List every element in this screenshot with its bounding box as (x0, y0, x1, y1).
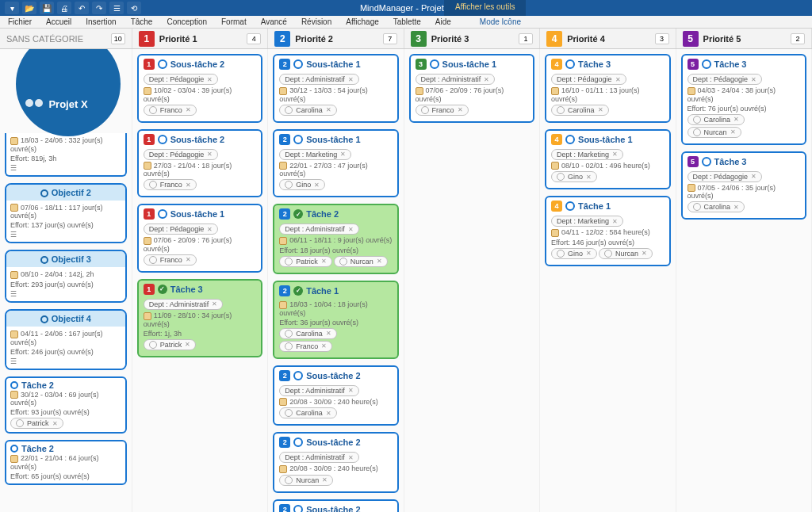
task-card[interactable]: 2Sous-tâche 2 Dept : Administratif✕20/08… (273, 432, 398, 493)
person-tag[interactable]: Franco✕ (144, 254, 197, 266)
menu-fichier[interactable]: Fichier (8, 17, 32, 26)
notes-icon[interactable]: ☰ (10, 230, 121, 239)
person-tag[interactable]: Gino✕ (551, 171, 597, 182)
person-tag[interactable]: Gino✕ (551, 248, 597, 259)
remove-icon[interactable]: ✕ (207, 226, 213, 233)
remove-icon[interactable]: ✕ (586, 250, 592, 257)
dept-tag[interactable]: Dept : Marketing✕ (551, 216, 623, 227)
menu-aide[interactable]: Aide (435, 17, 451, 26)
person-tag[interactable]: Franco✕ (144, 105, 197, 116)
person-tag[interactable]: Carolina✕ (688, 201, 745, 212)
column-header[interactable]: 3Priorité 31 (404, 29, 540, 48)
notes-icon[interactable]: ☰ (10, 357, 121, 366)
task-card[interactable]: 2✓Tâche 2 Dept : Administratif✕06/11 - 1… (273, 204, 398, 274)
dept-tag[interactable]: Dept : Administratif✕ (279, 224, 359, 235)
person-tag[interactable]: Franco✕ (144, 179, 197, 190)
task-card[interactable]: 4Sous-tâche 1 Dept : Marketing✕08/10 - 0… (545, 129, 670, 190)
project-meta-card[interactable]: 18/03 - 24/06 : 332 jour(s) ouvré(s) Eff… (5, 133, 127, 177)
task-card[interactable]: 1Sous-tâche 2 Dept : Pédagogie✕10/02 - 0… (137, 54, 262, 123)
undo-icon[interactable]: ↶ (75, 2, 89, 14)
person-tag[interactable]: Carolina✕ (279, 328, 337, 339)
objective-card[interactable]: Objectif 3 08/10 - 24/04 : 142j, 2h Effo… (5, 250, 127, 303)
remove-icon[interactable]: ✕ (314, 181, 320, 189)
remove-icon[interactable]: ✕ (598, 106, 603, 113)
notes-icon[interactable]: ☰ (10, 289, 121, 299)
task-card[interactable]: 1Sous-tâche 1 Dept : Pédagogie✕07/06 - 2… (137, 204, 262, 273)
person-tag[interactable]: Patrick✕ (144, 339, 197, 350)
menu-tablette[interactable]: Tablette (393, 17, 421, 26)
objective-card[interactable]: Objectif 2 07/06 - 18/11 : 117 jour(s) o… (5, 183, 127, 244)
dept-tag[interactable]: Dept : Pédagogie✕ (144, 149, 219, 160)
dept-tag[interactable]: Dept : Administratif✕ (279, 74, 359, 85)
remove-icon[interactable]: ✕ (348, 76, 354, 83)
dept-tag[interactable]: Dept : Administratif✕ (144, 299, 224, 310)
remove-icon[interactable]: ✕ (207, 76, 213, 83)
person-tag[interactable]: Nurcan✕ (334, 256, 388, 267)
dept-tag[interactable]: Dept : Pédagogie✕ (144, 224, 219, 235)
remove-icon[interactable]: ✕ (733, 116, 739, 123)
column-header[interactable]: 2Priorité 27 (268, 29, 404, 48)
new-file-icon[interactable]: ▾ (5, 2, 19, 14)
remove-icon[interactable]: ✕ (321, 342, 327, 350)
task-card[interactable]: 2Sous-tâche 2 Dept : Administratif✕20/08… (273, 365, 398, 426)
remove-icon[interactable]: ✕ (751, 76, 756, 83)
remove-icon[interactable]: ✕ (612, 218, 618, 225)
open-icon[interactable]: 📂 (22, 2, 36, 14)
dept-tag[interactable]: Dept : Administratif✕ (279, 385, 359, 396)
dept-tag[interactable]: Dept : Pédagogie✕ (551, 74, 626, 85)
task-card[interactable]: 2Sous-tâche 1 Dept : Administratif✕30/12… (273, 54, 398, 123)
person-tag[interactable]: Nurcan✕ (599, 248, 653, 259)
task-card[interactable]: 1Sous-tâche 2 Dept : Pédagogie✕27/03 - 2… (137, 129, 262, 198)
redo-icon[interactable]: ↷ (92, 2, 106, 14)
person-tag[interactable]: Carolina✕ (551, 105, 609, 116)
save-icon[interactable]: 💾 (40, 2, 54, 14)
remove-icon[interactable]: ✕ (186, 256, 191, 263)
remove-icon[interactable]: ✕ (186, 106, 191, 113)
remove-icon[interactable]: ✕ (212, 300, 217, 308)
remove-icon[interactable]: ✕ (642, 250, 647, 257)
remove-icon[interactable]: ✕ (185, 341, 190, 348)
dept-tag[interactable]: Dept : Marketing✕ (551, 149, 623, 160)
task-card[interactable]: 2Sous-tâche 2 Dept : Marketing✕17/10 - 1… (273, 499, 398, 512)
dept-tag[interactable]: Dept : Pédagogie✕ (144, 74, 219, 85)
remove-icon[interactable]: ✕ (586, 174, 592, 181)
remove-icon[interactable]: ✕ (186, 181, 191, 189)
remove-icon[interactable]: ✕ (348, 226, 354, 233)
remove-icon[interactable]: ✕ (458, 106, 463, 113)
task-card[interactable]: 5Tâche 3 Dept : Pédagogie✕07/05 - 24/06 … (681, 151, 806, 220)
remove-icon[interactable]: ✕ (484, 76, 489, 83)
menu-revision[interactable]: Révision (301, 17, 331, 26)
remove-icon[interactable]: ✕ (733, 204, 739, 211)
menu-affichage[interactable]: Affichage (346, 17, 379, 26)
person-tag[interactable]: Franco✕ (416, 105, 469, 116)
person-tag[interactable]: Nurcan✕ (688, 127, 741, 138)
remove-icon[interactable]: ✕ (615, 76, 621, 83)
notes-icon[interactable]: ☰ (10, 163, 121, 173)
person-tag[interactable]: Carolina✕ (279, 407, 337, 418)
column-header[interactable]: 4Priorité 43 (540, 29, 676, 48)
dept-tag[interactable]: Dept : Marketing✕ (279, 149, 351, 160)
remove-icon[interactable]: ✕ (326, 410, 331, 417)
remove-icon[interactable]: ✕ (377, 258, 382, 265)
dept-tag[interactable]: Dept : Pédagogie✕ (688, 171, 763, 182)
remove-icon[interactable]: ✕ (321, 258, 327, 265)
person-tag[interactable]: Patrick✕ (279, 256, 332, 267)
remove-icon[interactable]: ✕ (340, 151, 346, 158)
menu-accueil[interactable]: Accueil (46, 17, 71, 26)
task-card[interactable]: 1✓Tâche 3 Dept : Administratif✕11/09 - 2… (137, 279, 262, 357)
column-header[interactable]: SANS CATÉGORIE10 (0, 29, 132, 48)
project-header[interactable]: Projet X (5, 54, 132, 133)
dept-tag[interactable]: Dept : Administratif✕ (416, 74, 496, 85)
menu-conception[interactable]: Conception (167, 17, 207, 26)
tools-tab[interactable]: Afficher les outils (444, 0, 526, 16)
menu-avance[interactable]: Avancé (261, 17, 287, 26)
person-tag[interactable]: Gino✕ (279, 179, 325, 190)
person-tag[interactable]: Nurcan✕ (279, 475, 333, 486)
task-card[interactable]: Tâche 2 30/12 - 03/04 : 69 jour(s) ouvré… (5, 376, 127, 434)
task-card[interactable]: 5Tâche 3 Dept : Pédagogie✕04/03 - 24/04 … (681, 54, 806, 145)
task-card[interactable]: 4Tâche 1 Dept : Marketing✕04/11 - 12/02 … (545, 196, 670, 266)
menu-format[interactable]: Format (221, 17, 247, 26)
column-header[interactable]: 1Priorité 14 (132, 29, 268, 48)
remove-icon[interactable]: ✕ (612, 151, 618, 158)
person-tag[interactable]: Carolina✕ (279, 105, 337, 116)
